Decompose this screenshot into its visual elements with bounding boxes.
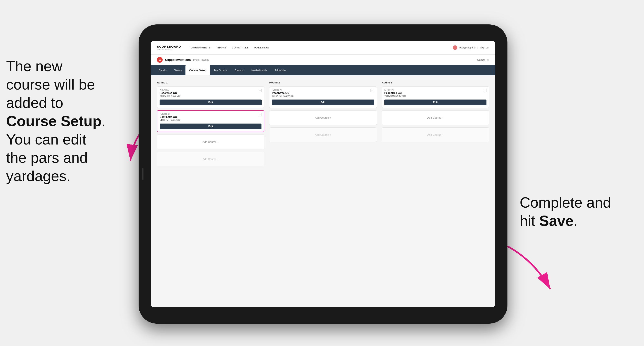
round-1-add-course-1[interactable]: Add Course + bbox=[157, 135, 264, 149]
brand-sub: Powered by clippd bbox=[157, 48, 181, 50]
round-2-course-a-delete[interactable]: □ bbox=[370, 89, 374, 92]
round-1-course-a-info: (Course A) Peachtree GC Yellow (M) (6629… bbox=[160, 89, 181, 97]
round-1-course-a-tee: Yellow (M) (6629 yds) bbox=[160, 95, 181, 97]
round-1-course-a-label: (Course A) bbox=[160, 89, 181, 91]
round-3-title: Round 3 bbox=[382, 81, 489, 84]
tab-printables[interactable]: Printables bbox=[271, 65, 290, 75]
rounds-grid: Round 1 (Course A) Peachtree GC Yellow (… bbox=[157, 81, 489, 169]
round-3-course-a-card: (Course A) Peachtree GC Yellow (M) (6629… bbox=[382, 86, 489, 108]
round-1-course-b-name: East Lake GC bbox=[160, 115, 180, 119]
round-2-add-course-2-label: Add Course + bbox=[315, 133, 331, 136]
annotation-line6: the pars and bbox=[6, 150, 88, 166]
round-2-course-a-header: (Course A) Peachtree GC Yellow (M) (6629… bbox=[270, 87, 376, 98]
round-3-course-a-label: (Course A) bbox=[384, 89, 406, 91]
round-1-add-course-2-label: Add Course + bbox=[202, 158, 219, 161]
round-1-course-a-edit-button[interactable]: Edit bbox=[160, 100, 262, 105]
round-1-add-course-1-label: Add Course + bbox=[202, 141, 219, 144]
tab-teams[interactable]: Teams bbox=[170, 65, 186, 75]
tab-leaderboards[interactable]: Leaderboards bbox=[247, 65, 271, 75]
round-2-course-a-name: Peachtree GC bbox=[272, 91, 294, 94]
round-2-course-a-label: (Course A) bbox=[272, 89, 294, 91]
round-1-course-b-delete[interactable]: □ bbox=[258, 113, 262, 116]
brand-logo: C bbox=[157, 57, 163, 63]
tablet-side-button bbox=[142, 168, 144, 180]
tab-results[interactable]: Results bbox=[231, 65, 247, 75]
tournament-badge: (Men) Hosting bbox=[193, 58, 209, 61]
right-annotation: Complete and hit Save. bbox=[520, 193, 638, 230]
round-3-course-a-header: (Course A) Peachtree GC Yellow (M) (6629… bbox=[382, 87, 489, 98]
nav-teams[interactable]: TEAMS bbox=[216, 46, 226, 49]
annotation-line4bold: Course Setup bbox=[6, 113, 102, 129]
annotation-line1: The new bbox=[6, 58, 62, 74]
round-1-course-b-edit-button[interactable]: Edit bbox=[160, 124, 262, 129]
round-2-add-course-1[interactable]: Add Course + bbox=[269, 110, 376, 125]
round-3-course-a-name: Peachtree GC bbox=[384, 91, 406, 94]
annotation-right-line1: Complete and bbox=[520, 194, 611, 211]
round-1-course-b-header: (Course B) East Lake GC Black (M) (6891 … bbox=[157, 111, 264, 122]
tablet-screen: SCOREBOARD Powered by clippd TOURNAMENTS… bbox=[151, 41, 495, 307]
round-1-course-a-header: (Course A) Peachtree GC Yellow (M) (6629… bbox=[157, 87, 264, 98]
nav-tournaments[interactable]: TOURNAMENTS bbox=[189, 46, 211, 49]
round-2-add-course-2: Add Course + bbox=[269, 127, 376, 142]
annotation-line5: You can edit bbox=[6, 131, 86, 148]
nav-rankings[interactable]: RANKINGS bbox=[254, 46, 269, 49]
tournament-title: Clippd Invitational bbox=[165, 58, 192, 61]
annotation-line2: course will be bbox=[6, 76, 95, 93]
sub-header-actions: Cancel ✕ bbox=[477, 58, 489, 61]
round-3-course-a-edit-button[interactable]: Edit bbox=[384, 100, 486, 105]
round-1-column: Round 1 (Course A) Peachtree GC Yellow (… bbox=[157, 81, 264, 169]
tab-tee-groups[interactable]: Tee Groups bbox=[210, 65, 231, 75]
nav-committee[interactable]: COMMITTEE bbox=[232, 46, 249, 49]
round-3-course-a-tee: Yellow (M) (6629 yds) bbox=[384, 95, 406, 97]
round-3-course-a-info: (Course A) Peachtree GC Yellow (M) (6629… bbox=[384, 89, 406, 97]
round-2-course-a-edit-button[interactable]: Edit bbox=[272, 100, 374, 105]
annotation-right-line2pre: hit bbox=[520, 213, 539, 229]
tab-details[interactable]: Details bbox=[155, 65, 170, 75]
tablet-frame: SCOREBOARD Powered by clippd TOURNAMENTS… bbox=[138, 24, 508, 324]
annotation-line3: added to bbox=[6, 95, 63, 111]
round-1-course-b-label: (Course B) bbox=[160, 113, 180, 115]
round-1-course-b-tee: Black (M) (6891 yds) bbox=[160, 119, 180, 121]
cancel-x[interactable]: ✕ bbox=[487, 58, 489, 61]
round-1-course-a-card: (Course A) Peachtree GC Yellow (M) (6629… bbox=[157, 86, 264, 108]
round-3-add-course-1-label: Add Course + bbox=[427, 116, 444, 119]
sign-out-link[interactable]: Sign out bbox=[480, 46, 489, 49]
tab-bar: Details Teams Course Setup Tee Groups Re… bbox=[151, 65, 495, 75]
cancel-button[interactable]: Cancel bbox=[477, 58, 485, 61]
round-1-add-course-2: Add Course + bbox=[157, 152, 264, 166]
tab-course-setup[interactable]: Course Setup bbox=[186, 65, 210, 75]
round-1-title: Round 1 bbox=[157, 81, 264, 84]
brand-name: SCOREBOARD bbox=[157, 45, 181, 48]
round-3-course-a-delete[interactable]: □ bbox=[483, 89, 486, 92]
round-2-add-course-1-label: Add Course + bbox=[315, 116, 331, 119]
round-3-add-course-2-label: Add Course + bbox=[427, 133, 444, 136]
round-2-course-a-tee: Yellow (M) (6629 yds) bbox=[272, 95, 294, 97]
round-1-course-b-card: (Course B) East Lake GC Black (M) (6891 … bbox=[157, 110, 264, 132]
arrow-right bbox=[501, 240, 558, 297]
user-email: blair@clippd.io bbox=[459, 46, 476, 49]
main-content: Round 1 (Course A) Peachtree GC Yellow (… bbox=[151, 75, 495, 307]
round-2-course-a-info: (Course A) Peachtree GC Yellow (M) (6629… bbox=[272, 89, 294, 97]
nav-brand: SCOREBOARD Powered by clippd bbox=[157, 45, 181, 50]
round-1-course-a-delete[interactable]: □ bbox=[258, 89, 262, 92]
round-3-add-course-2: Add Course + bbox=[382, 127, 489, 142]
user-avatar bbox=[453, 45, 457, 50]
annotation-right-line2bold: Save bbox=[539, 213, 574, 229]
round-2-course-a-card: (Course A) Peachtree GC Yellow (M) (6629… bbox=[269, 86, 376, 108]
sub-header: C Clippd Invitational (Men) Hosting Canc… bbox=[151, 54, 495, 65]
round-2-title: Round 2 bbox=[269, 81, 376, 84]
round-3-column: Round 3 (Course A) Peachtree GC Yellow (… bbox=[382, 81, 489, 169]
round-1-course-a-name: Peachtree GC bbox=[160, 91, 181, 94]
round-2-column: Round 2 (Course A) Peachtree GC Yellow (… bbox=[269, 81, 376, 169]
left-annotation: The new course will be added to Course S… bbox=[6, 57, 124, 185]
annotation-line7: yardages. bbox=[6, 168, 70, 184]
top-nav: SCOREBOARD Powered by clippd TOURNAMENTS… bbox=[151, 41, 495, 54]
nav-separator: | bbox=[478, 46, 478, 49]
round-1-course-b-info: (Course B) East Lake GC Black (M) (6891 … bbox=[160, 113, 180, 121]
round-3-add-course-1[interactable]: Add Course + bbox=[382, 110, 489, 125]
nav-links: TOURNAMENTS TEAMS COMMITTEE RANKINGS bbox=[189, 46, 453, 49]
nav-right: blair@clippd.io | Sign out bbox=[453, 45, 489, 50]
